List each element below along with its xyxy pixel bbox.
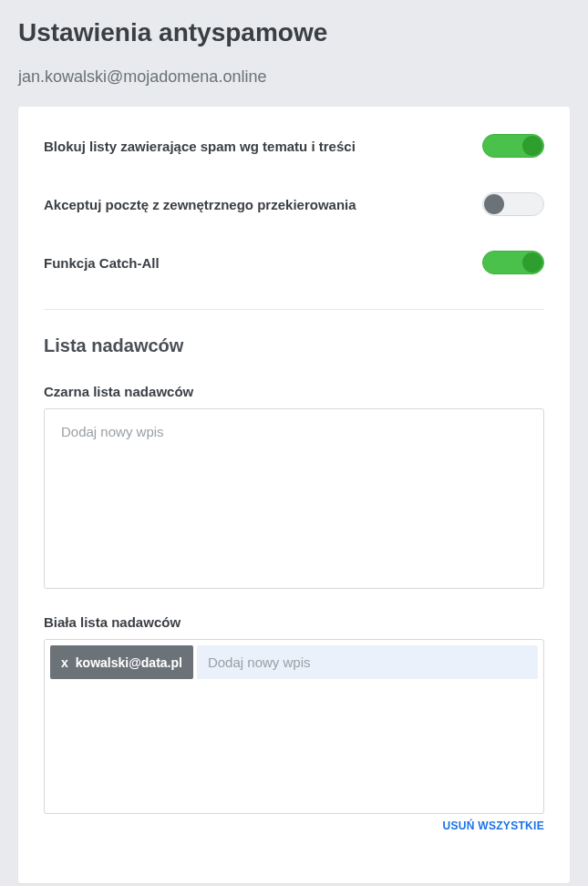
tag-remove-icon[interactable]: x [61,656,68,669]
tag-text: kowalski@data.pl [76,655,182,670]
delete-all-link[interactable]: USUŃ WSZYSTKIE [442,819,544,832]
toggle-label: Funkcja Catch-All [44,255,160,271]
whitelist-container[interactable]: x kowalski@data.pl [44,639,544,814]
toggle-knob [522,136,542,156]
toggle-row-catch-all: Funkcja Catch-All [44,251,544,274]
blacklist-block: Czarna lista nadawców [44,384,544,589]
toggle-catch-all[interactable] [482,251,544,274]
whitelist-footer: USUŃ WSZYSTKIE [44,819,544,832]
toggle-block-spam[interactable] [482,134,544,158]
toggle-knob [484,194,504,214]
toggle-accept-forward[interactable] [482,192,544,216]
whitelist-tag: x kowalski@data.pl [50,645,193,679]
blacklist-input[interactable] [50,415,538,448]
whitelist-block: Biała lista nadawców x kowalski@data.pl … [44,614,544,832]
toggle-knob [522,252,542,273]
toggle-row-block-spam: Blokuj listy zawierające spam wg tematu … [44,134,544,158]
whitelist-label: Biała lista nadawców [44,614,544,630]
whitelist-input[interactable] [197,645,538,679]
settings-card: Blokuj listy zawierające spam wg tematu … [18,107,570,883]
account-email: jan.kowalski@mojadomena.online [18,67,570,87]
toggle-row-accept-forward: Akceptuj pocztę z zewnętrznego przekiero… [44,192,544,216]
blacklist-label: Czarna lista nadawców [44,384,544,399]
section-divider [44,309,544,310]
blacklist-container[interactable] [44,408,544,589]
senders-section-title: Lista nadawców [44,335,544,356]
toggle-label: Blokuj listy zawierające spam wg tematu … [44,139,356,154]
page-title: Ustawienia antyspamowe [18,18,570,47]
toggle-label: Akceptuj pocztę z zewnętrznego przekiero… [44,197,356,212]
